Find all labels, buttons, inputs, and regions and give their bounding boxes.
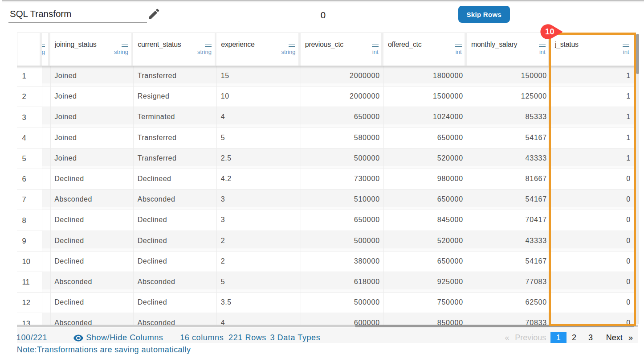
svg-text:10: 10	[545, 27, 554, 36]
